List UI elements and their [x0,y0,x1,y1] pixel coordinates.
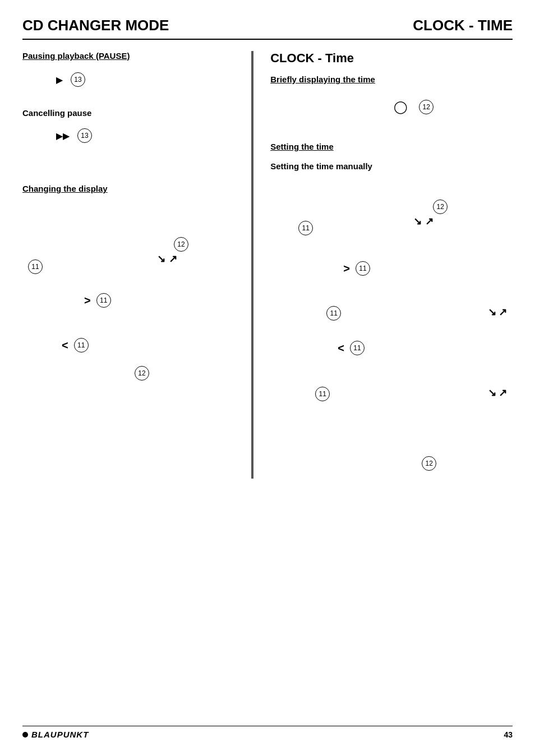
change-display-diagram-2: > 11 [22,287,240,316]
up-arrow-icon: ↗ [169,253,177,265]
num11-circled-2: 11 [96,293,111,308]
section-pause: Pausing playback (PAUSE) ▶ 13 [22,51,240,89]
num11-circled-3: 11 [74,338,89,353]
brand-logo: BLAUPUNKT [22,730,89,739]
num11-setting-3: 11 [326,306,341,321]
num12-setting-end: 12 [422,456,436,471]
num12-circled-2: 12 [135,366,149,381]
setting-diagram-4: < 11 [270,336,513,364]
num11-setting-5: 11 [315,387,330,401]
num11-setting-4: 11 [350,341,365,355]
main-columns: Pausing playback (PAUSE) ▶ 13 Cancelling… [22,51,513,479]
left-column: Pausing playback (PAUSE) ▶ 13 Cancelling… [22,51,251,479]
section-cancel-pause: Cancelling pause ▶▶ 13 [22,108,240,145]
cancel-pause-diagram: ▶▶ 13 [22,127,240,145]
down-arrow-icon-2: ↘ [413,215,422,228]
section-setting-time: Setting the time Setting the time manual… [270,142,513,171]
clock-icon: ◯ [394,100,408,114]
setting-time-title: Setting the time [270,142,513,151]
fast-forward-icon: ▶▶ [56,131,70,141]
chevron-left-icon: < [62,339,68,352]
setting-diagram-5: ↘ ↗ 11 [270,381,513,415]
logo-dot [22,732,28,738]
num11-setting-1: 11 [298,221,313,235]
chevron-right-row: > 11 [84,293,111,308]
updown-arrows-right: ↘ ↗ [413,215,433,228]
chevron-right-setting: > 11 [343,261,370,276]
clock-num-row: ◯ 12 [394,100,433,114]
change-display-title: Changing the display [22,184,240,193]
section-change-display: Changing the display 12 ↘ ↗ [22,184,240,388]
page-footer: BLAUPUNKT 43 [22,726,513,739]
change-display-diagram-1: 12 ↘ ↗ 11 [22,237,240,282]
header-left-title: CD CHANGER MODE [22,17,169,34]
num12-briefly: 12 [419,100,433,114]
right-column: CLOCK - Time Briefly displaying the time… [251,51,513,479]
change-display-diagram-3: < 11 [22,332,240,360]
chevron-right-icon-2: > [343,262,350,275]
cancel-pause-num: 13 [77,128,92,143]
page-header: CD CHANGER MODE CLOCK - TIME [22,17,513,40]
up-arrow-icon-4: ↗ [499,387,507,399]
down-arrow-icon: ↘ [157,253,165,265]
chevron-right-icon: > [84,294,91,307]
up-arrow-icon-2: ↗ [425,215,433,228]
updown-right-2: ↘ ↗ [488,387,507,399]
briefly-diagram: ◯ 12 [270,100,513,122]
page-number: 43 [504,730,513,739]
setting-diagram-2: > 11 [270,256,513,284]
change-display-diagram-4: 12 [22,366,240,388]
up-arrow-icon-3: ↗ [499,306,507,318]
section-briefly: Briefly displaying the time ◯ 12 [270,75,513,122]
briefly-title: Briefly displaying the time [270,75,513,84]
clock-time-main-title: CLOCK - Time [270,51,513,66]
num12-circled: 12 [174,237,188,252]
setting-diagram-1: 12 ↘ ↗ 11 [270,200,513,250]
pause-diagram: ▶ 13 [22,71,240,89]
updown-right-1: ↘ ↗ [488,306,507,318]
down-arrow-icon-3: ↘ [488,306,496,318]
setting-diagram-6: 12 [270,456,513,479]
num12-setting: 12 [433,200,448,214]
play-icon: ▶ [56,75,63,85]
setting-time-sub: Setting the time manually [270,161,513,171]
down-arrow-icon-4: ↘ [488,387,496,399]
chevron-left-row: < 11 [62,338,89,353]
pause-title: Pausing playback (PAUSE) [22,51,240,61]
logo-text: BLAUPUNKT [31,730,89,739]
setting-diagram-3: ↘ ↗ 11 [270,300,513,334]
num11-circled-1: 11 [28,259,43,274]
header-right-title: CLOCK - TIME [413,17,513,34]
pause-num: 13 [71,72,85,87]
chevron-left-setting: < 11 [338,341,365,355]
num11-setting-2: 11 [356,261,370,276]
cancel-pause-label: Cancelling pause [22,108,240,118]
chevron-left-icon-2: < [338,342,344,355]
updown-arrows-1: ↘ ↗ [157,253,177,265]
